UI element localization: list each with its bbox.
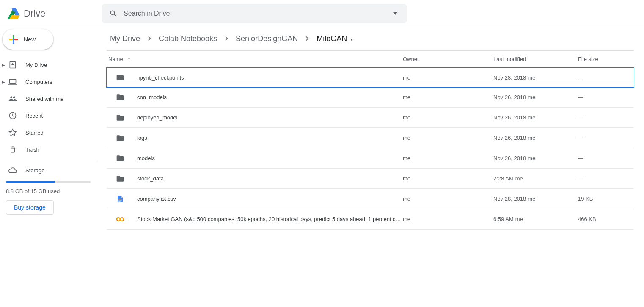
file-row[interactable]: logsmeNov 26, 2018me— (107, 128, 634, 148)
file-modified: Nov 26, 2018me (493, 114, 578, 121)
header: Drive (0, 0, 644, 27)
svg-rect-9 (118, 200, 122, 200)
file-name: deployed_model (137, 114, 177, 121)
file-name: Stock Market GAN (s&p 500 companies, 50k… (137, 216, 403, 222)
storage-bar (6, 181, 91, 183)
nav-item-trash[interactable]: Trash (0, 141, 96, 158)
nav-label: Recent (25, 113, 43, 119)
column-size[interactable]: File size (578, 56, 634, 62)
file-name: models (137, 155, 155, 161)
breadcrumb-item[interactable]: MiloGAN▼ (313, 33, 357, 45)
search-input[interactable] (122, 10, 387, 17)
folder-icon (115, 72, 125, 83)
folder-icon (115, 174, 125, 184)
folder-icon (115, 113, 125, 123)
search-bar (102, 4, 407, 23)
file-size: 466 KB (578, 216, 634, 222)
file-modified: Nov 28, 2018me (493, 75, 578, 81)
nav-label: Trash (25, 147, 39, 153)
storage-item[interactable]: Storage (0, 162, 96, 179)
file-size: 19 KB (578, 196, 634, 202)
file-name: cnn_models (137, 94, 167, 100)
file-row[interactable]: cnn_modelsmeNov 26, 2018me— (107, 87, 634, 108)
nav-label: My Drive (25, 62, 47, 68)
file-size: — (578, 94, 634, 100)
file-size: — (578, 175, 634, 182)
star-icon (8, 127, 18, 138)
sidebar-divider (0, 160, 96, 160)
sort-arrow-up-icon: ↑ (127, 55, 131, 63)
buy-storage-button[interactable]: Buy storage (6, 200, 54, 215)
file-row[interactable]: stock_datame2:28 AMme— (107, 169, 634, 189)
nav-item-star[interactable]: Starred (0, 124, 96, 141)
sidebar: New ▶My Drive▶ComputersShared with meRec… (0, 25, 96, 230)
file-name: .ipynb_checkpoints (137, 75, 184, 81)
trash-icon (8, 144, 18, 155)
file-row[interactable]: .ipynb_checkpointsmeNov 28, 2018me— (106, 67, 634, 88)
file-name: stock_data (137, 175, 164, 182)
dropdown-icon: ▼ (350, 37, 354, 42)
expand-icon: ▶ (1, 80, 6, 84)
file-modified: 6:59 AMme (493, 216, 578, 222)
breadcrumb-item[interactable]: SeniorDesignGAN (232, 33, 301, 45)
file-row[interactable]: Stock Market GAN (s&p 500 companies, 50k… (107, 209, 634, 230)
file-size: — (578, 155, 634, 161)
plus-icon (8, 34, 19, 44)
file-row[interactable]: modelsmeNov 26, 2018me— (107, 148, 634, 169)
chevron-right-icon (222, 34, 231, 43)
breadcrumb-item[interactable]: My Drive (107, 33, 143, 45)
nav-item-recent[interactable]: Recent (0, 107, 96, 124)
file-name: logs (137, 135, 147, 141)
nav-item-drive[interactable]: ▶My Drive (0, 56, 96, 73)
file-owner: me (403, 175, 493, 182)
cloud-icon (8, 165, 18, 175)
new-button-label: New (24, 36, 36, 43)
content: My DriveColab NotebooksSeniorDesignGANMi… (96, 25, 644, 230)
table-header: Name ↑ Owner Last modified File size (107, 51, 634, 68)
file-owner: me (403, 196, 493, 202)
column-name[interactable]: Name ↑ (107, 55, 403, 63)
nav-item-computers[interactable]: ▶Computers (0, 73, 96, 90)
svg-rect-10 (118, 201, 121, 201)
drive-icon (8, 60, 18, 70)
file-owner: me (403, 94, 493, 100)
file-list: .ipynb_checkpointsmeNov 28, 2018me—cnn_m… (107, 67, 634, 230)
column-owner[interactable]: Owner (403, 56, 493, 62)
new-button[interactable]: New (3, 29, 53, 50)
storage-text: 8.8 GB of 15 GB used (6, 188, 91, 194)
svg-rect-7 (11, 66, 14, 66)
storage-label: Storage (25, 167, 45, 174)
computers-icon (8, 77, 18, 87)
drive-logo-icon (5, 5, 22, 22)
column-modified[interactable]: Last modified (493, 56, 578, 62)
file-size: — (578, 135, 634, 141)
file-owner: me (403, 75, 493, 81)
svg-rect-8 (118, 199, 122, 199)
file-size: — (578, 75, 634, 81)
file-modified: Nov 28, 2018me (493, 196, 578, 202)
expand-icon: ▶ (1, 63, 6, 67)
shared-icon (8, 94, 18, 104)
column-name-label: Name (108, 56, 123, 62)
sheet-icon (115, 194, 125, 204)
file-name: companylist.csv (137, 196, 176, 202)
search-icon[interactable] (105, 5, 122, 22)
breadcrumb-item[interactable]: Colab Notebooks (155, 33, 220, 45)
chevron-right-icon (303, 34, 311, 43)
chevron-right-icon (145, 34, 154, 43)
breadcrumb: My DriveColab NotebooksSeniorDesignGANMi… (107, 30, 634, 47)
file-row[interactable]: deployed_modelmeNov 26, 2018me— (107, 108, 634, 128)
file-row[interactable]: companylist.csvmeNov 28, 2018me19 KB (107, 189, 634, 209)
nav-label: Computers (25, 79, 52, 85)
search-options-icon[interactable] (387, 5, 404, 22)
logo[interactable]: Drive (5, 5, 102, 22)
app-name: Drive (24, 8, 45, 19)
folder-icon (115, 92, 125, 102)
folder-icon (115, 153, 125, 163)
file-owner: me (403, 135, 493, 141)
file-modified: 2:28 AMme (493, 175, 578, 182)
nav-item-shared[interactable]: Shared with me (0, 90, 96, 107)
folder-icon (115, 133, 125, 143)
svg-rect-5 (13, 39, 14, 40)
file-modified: Nov 26, 2018me (493, 155, 578, 161)
